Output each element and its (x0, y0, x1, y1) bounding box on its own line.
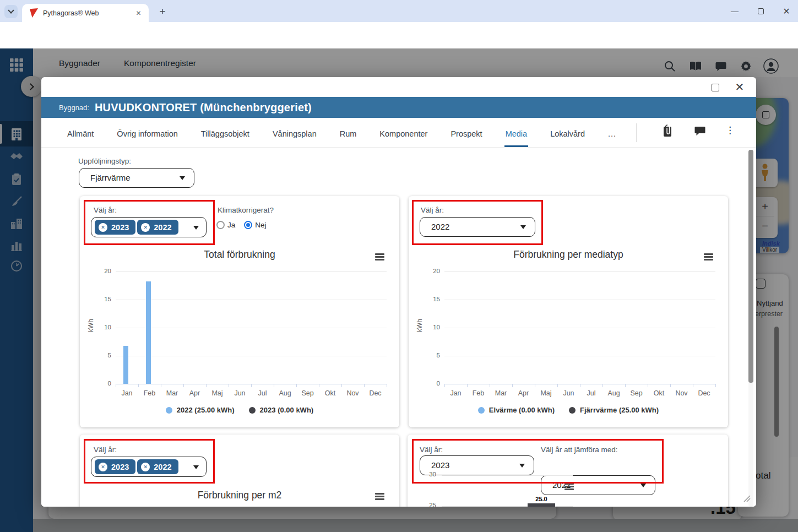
screen: Pythagoras® Web ✕ + — ✕ ← → ⟳ pim.pythag… (0, 0, 798, 532)
tab-media[interactable]: Media (504, 129, 529, 147)
followup-type-label: Uppföljningstyp: (78, 157, 131, 165)
chart-menu-icon[interactable] (564, 483, 574, 492)
x-label-Maj: Maj (535, 389, 557, 397)
window-minimize-button[interactable]: — (723, 0, 746, 22)
tab-komponenter[interactable]: Komponenter (378, 129, 428, 147)
tab-title: Pythagoras® Web (43, 9, 134, 17)
y-tick: 20 (418, 268, 440, 274)
modal-kebab-icon[interactable]: ⋮ (725, 124, 735, 136)
x-tick (229, 384, 229, 387)
modal-title: HUVUDKONTORET (Münchenbryggeriet) (95, 101, 312, 114)
gridline (444, 356, 715, 356)
y-tick: 15 (418, 296, 440, 302)
followup-type-dropdown[interactable]: Fjärrvärme (79, 168, 194, 188)
x-label-Apr: Apr (183, 389, 206, 397)
x-label-Aug: Aug (274, 389, 296, 397)
x-tick (341, 384, 342, 387)
x-label-Jul: Jul (251, 389, 274, 397)
y-tick: 5 (418, 352, 440, 359)
x-tick (602, 384, 603, 387)
legend-dot (478, 407, 485, 414)
gridline (116, 300, 387, 300)
x-label-Aug: Aug (602, 389, 625, 397)
tab-allm-nt[interactable]: Allmänt (66, 129, 95, 147)
modal-close-button[interactable]: ✕ (732, 79, 747, 95)
x-tick (715, 384, 716, 387)
x-tick (161, 384, 161, 387)
x-label-Mar: Mar (161, 389, 183, 397)
modal-tabs: AllmäntÖvrig informationTilläggsobjektVå… (41, 118, 756, 148)
x-tick (693, 384, 693, 387)
modal-entity-label: Byggnad: (59, 104, 89, 112)
legend-item[interactable]: 2023 (0.00 kWh) (249, 406, 314, 414)
x-label-Sep: Sep (296, 389, 319, 397)
x-label-Jul: Jul (580, 389, 602, 397)
tab-rum[interactable]: Rum (339, 129, 358, 147)
chart-menu-icon[interactable] (375, 493, 384, 502)
tab-till-ggsobjekt[interactable]: Tilläggsobjekt (200, 129, 251, 147)
tab-search-button[interactable] (4, 5, 18, 18)
gridline (444, 300, 715, 300)
legend-dot (166, 407, 172, 414)
x-tick (206, 384, 207, 387)
annotation-box-4 (412, 439, 664, 484)
x-label-Dec: Dec (364, 389, 387, 397)
bar-data-label: 25.0 (528, 496, 555, 502)
x-tick (580, 384, 580, 387)
tab-prospekt[interactable]: Prospekt (449, 129, 483, 147)
paperclip-icon[interactable] (661, 124, 674, 138)
bar-2022 (25.00 kWh)-Feb (146, 281, 151, 384)
tab-lokalv-rd[interactable]: Lokalvård (549, 129, 586, 147)
bar-2022 (25.00 kWh)-Jan (123, 346, 128, 384)
chart-legend: Elvärme (0.00 kWh)Fjärrvärme (25.00 kWh) (409, 406, 728, 414)
followup-type-value: Fjärrvärme (90, 173, 131, 182)
modal-maximize-button[interactable] (709, 81, 722, 94)
window-maximize-button[interactable] (749, 0, 772, 22)
y-tick: 10 (89, 324, 111, 330)
x-tick (490, 384, 490, 387)
x-tick (670, 384, 671, 387)
tabs-overflow[interactable]: ... (607, 129, 617, 147)
legend-label: Fjärrvärme (25.00 kWh) (580, 406, 659, 414)
modal-header: Byggnad: HUVUDKONTORET (Münchenbryggerie… (41, 97, 756, 118)
x-tick (648, 384, 648, 387)
legend-item[interactable]: Elvärme (0.00 kWh) (478, 406, 555, 414)
x-tick (251, 384, 252, 387)
browser-tab-strip: Pythagoras® Web ✕ + — ✕ (0, 0, 798, 22)
tab-v-ningsplan[interactable]: Våningsplan (272, 129, 318, 147)
modal-scrollbar-thumb[interactable] (748, 150, 753, 383)
legend-item[interactable]: 2022 (25.00 kWh) (166, 406, 235, 414)
window-close-button[interactable]: ✕ (775, 0, 798, 22)
y-tick: 25 (415, 502, 436, 507)
x-tick (625, 384, 626, 387)
y-tick: 15 (89, 296, 111, 302)
legend-label: 2023 (0.00 kWh) (260, 406, 314, 414)
x-label-Dec: Dec (693, 389, 715, 397)
x-label-Okt: Okt (648, 389, 670, 397)
x-label-Feb: Feb (138, 389, 161, 397)
browser-toolbar: ← → ⟳ pim.pythagoras.se/py_datamanager_i… (0, 22, 798, 48)
divider (636, 123, 637, 142)
browser-tab[interactable]: Pythagoras® Web ✕ (22, 4, 149, 22)
y-tick: 5 (89, 352, 111, 359)
x-tick (557, 384, 558, 387)
modal-resize-handle[interactable] (742, 493, 751, 502)
chart-legend: 2022 (25.00 kWh)2023 (0.00 kWh) (80, 406, 399, 414)
annotation-box-3 (84, 439, 215, 484)
x-tick (274, 384, 274, 387)
x-label-Jun: Jun (229, 389, 251, 397)
gridline (116, 356, 387, 356)
x-label-Maj: Maj (206, 389, 229, 397)
tab-close-icon[interactable]: ✕ (134, 8, 143, 18)
x-label-Nov: Nov (341, 389, 364, 397)
legend-item[interactable]: Fjärrvärme (25.00 kWh) (569, 406, 659, 414)
legend-label: 2022 (25.00 kWh) (177, 406, 235, 414)
x-tick (467, 384, 468, 387)
maximize-icon (758, 8, 764, 14)
annotation-box-1 (84, 200, 215, 245)
tab--vrig-information[interactable]: Övrig information (116, 129, 178, 147)
new-tab-button[interactable]: + (156, 6, 169, 18)
chart-title: Förbrukning per m2 (80, 490, 399, 501)
comment-icon[interactable] (694, 126, 705, 136)
annotation-box-2 (412, 200, 543, 245)
